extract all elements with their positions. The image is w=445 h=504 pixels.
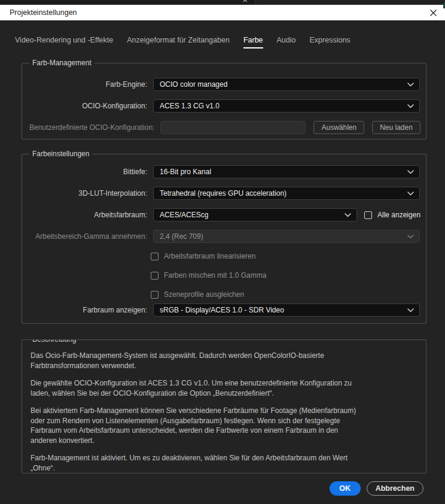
arbeitsfarbraum-row: Arbeitsfarbraum: ACES/ACEScg Alle anzeig… <box>29 208 426 221</box>
close-icon <box>430 10 437 16</box>
lut-interpolation-value: Tetrahedral (requires GPU acceleration) <box>160 189 407 198</box>
dialog-titlebar: Projekteinstellungen <box>0 5 445 20</box>
farb-engine-value: OCIO color managed <box>160 80 407 89</box>
checkbox-icon <box>151 253 159 260</box>
gamma-annehmen-value: 2,4 (Rec 709) <box>160 232 407 241</box>
checkbox-icon <box>151 291 159 299</box>
arbeitsfarbraum-dropdown[interactable]: ACES/ACEScg <box>153 208 357 221</box>
chevron-down-icon <box>407 192 414 196</box>
description-paragraph: Die gewählte OCIO-Konfiguration ist ACES… <box>31 378 356 398</box>
lut-interpolation-row: 3D-LUT-Interpolation: Tetrahedral (requi… <box>29 187 426 200</box>
custom-ocio-config-input <box>160 121 306 134</box>
dialog-title: Projekteinstellungen <box>10 8 77 17</box>
section-farb-management: Farb-Management Farb-Engine: OCIO color … <box>22 63 426 139</box>
tab-expressions[interactable]: Expressions <box>310 36 350 48</box>
project-settings-dialog: ★ Projekteinstellungen Video-Rendering u… <box>0 0 445 504</box>
farbraum-anzeigen-row: Farbraum anzeigen: sRGB - Display/ACES 1… <box>29 303 426 317</box>
gamma-annehmen-label: Arbeitsbereich-Gamma annehmen: <box>29 232 147 241</box>
farben-mischen-checkbox: Farben mischen mit 1.0 Gamma <box>151 271 426 280</box>
farben-mischen-label: Farben mischen mit 1.0 Gamma <box>164 271 266 280</box>
farbraum-anzeigen-label: Farbraum anzeigen: <box>29 306 147 314</box>
custom-ocio-config-label: Benutzerdefinierte OCIO-Konfiguration: <box>29 123 154 132</box>
gamma-annehmen-row: Arbeitsbereich-Gamma annehmen: 2,4 (Rec … <box>29 230 426 243</box>
tab-video-rendering[interactable]: Video-Rendering und -Effekte <box>15 36 113 48</box>
chevron-down-icon <box>407 170 414 174</box>
chevron-down-icon <box>407 235 414 239</box>
neu-laden-button: Neu laden <box>372 121 420 134</box>
lut-interpolation-dropdown[interactable]: Tetrahedral (requires GPU acceleration) <box>153 187 420 200</box>
ocio-konfiguration-label: OCIO-Konfiguration: <box>29 102 147 110</box>
chevron-down-icon <box>407 308 414 312</box>
chevron-down-icon <box>345 213 351 217</box>
bittiefe-label: Bittiefe: <box>29 168 147 176</box>
ocio-konfiguration-dropdown[interactable]: ACES 1.3 CG v1.0 <box>153 99 420 113</box>
bittiefe-value: 16-Bit pro Kanal <box>160 168 407 176</box>
ok-button[interactable]: OK <box>330 481 361 496</box>
szeneprofile-checkbox: Szeneprofile ausgleichen <box>151 290 426 299</box>
szeneprofile-label: Szeneprofile ausgleichen <box>164 290 244 299</box>
arbeitsfarbraum-label: Arbeitsfarbraum: <box>29 211 147 219</box>
background-panel-divider <box>255 0 445 5</box>
lut-interpolation-label: 3D-LUT-Interpolation: <box>29 189 147 198</box>
farb-engine-row: Farb-Engine: OCIO color managed <box>29 78 426 91</box>
farbraum-anzeigen-dropdown[interactable]: sRGB - Display/ACES 1.0 - SDR Video <box>153 303 420 317</box>
chevron-down-icon <box>407 83 414 87</box>
section-legend: Farbeinstellungen <box>29 150 92 159</box>
abbrechen-button[interactable]: Abbrechen <box>367 481 423 496</box>
dialog-body: Video-Rendering und -Effekte Anzeigeform… <box>0 20 445 504</box>
checkbox-icon <box>151 272 159 280</box>
background-app-strip: ★ <box>0 0 445 5</box>
tab-anzeigeformat[interactable]: Anzeigeformat für Zeitangaben <box>127 36 230 48</box>
custom-ocio-config-row: Benutzerdefinierte OCIO-Konfiguration: A… <box>29 121 426 134</box>
farb-engine-dropdown[interactable]: OCIO color managed <box>153 78 420 91</box>
auswaehlen-button: Auswählen <box>313 121 364 134</box>
bittiefe-row: Bittiefe: 16-Bit pro Kanal <box>29 165 426 178</box>
section-beschreibung: Beschreibung Das Ocio-Farb-Management-Sy… <box>22 339 426 473</box>
farbraum-anzeigen-value: sRGB - Display/ACES 1.0 - SDR Video <box>160 306 407 314</box>
farb-engine-label: Farb-Engine: <box>29 80 147 89</box>
linearisieren-checkbox: Arbeitsfarbraum linearisieren <box>151 251 426 261</box>
section-legend: Beschreibung <box>29 339 79 344</box>
section-farbeinstellungen: Farbeinstellungen Bittiefe: 16-Bit pro K… <box>22 154 426 324</box>
star-icon: ★ <box>241 0 249 4</box>
checkbox-icon <box>364 211 372 219</box>
description-paragraph: Das Ocio-Farb-Management-System ist ausg… <box>31 351 356 371</box>
alle-anzeigen-checkbox[interactable]: Alle anzeigen <box>364 211 420 219</box>
alle-anzeigen-label: Alle anzeigen <box>377 211 420 219</box>
close-button[interactable] <box>423 5 443 20</box>
dialog-footer: OK Abbrechen <box>0 481 423 496</box>
gamma-annehmen-dropdown: 2,4 (Rec 709) <box>153 230 420 243</box>
ocio-konfiguration-value: ACES 1.3 CG v1.0 <box>160 102 407 110</box>
description-paragraph: Farb-Management ist aktiviert. Um es zu … <box>31 453 356 473</box>
chevron-down-icon <box>407 104 414 108</box>
section-legend: Farb-Management <box>29 59 95 68</box>
ocio-konfiguration-row: OCIO-Konfiguration: ACES 1.3 CG v1.0 <box>29 99 426 113</box>
tab-audio[interactable]: Audio <box>277 36 296 48</box>
bittiefe-dropdown[interactable]: 16-Bit pro Kanal <box>153 165 420 178</box>
tab-bar: Video-Rendering und -Effekte Anzeigeform… <box>15 36 445 48</box>
arbeitsfarbraum-value: ACES/ACEScg <box>160 211 345 219</box>
linearisieren-label: Arbeitsfarbraum linearisieren <box>164 252 255 260</box>
tab-farbe[interactable]: Farbe <box>243 36 263 48</box>
description-paragraph: Bei aktiviertem Farb-Management können S… <box>31 406 356 445</box>
